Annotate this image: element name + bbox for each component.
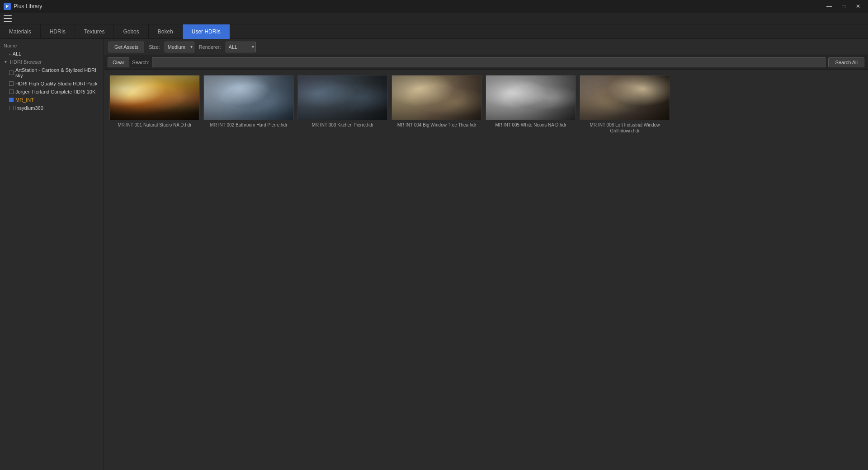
menu-bar bbox=[0, 13, 868, 24]
get-assets-button[interactable]: Get Assets bbox=[108, 42, 144, 52]
tab-materials[interactable]: Materials bbox=[0, 24, 41, 39]
sidebar-item-jorgen[interactable]: Jorgen Herland Complete HDRi 10K bbox=[0, 88, 104, 96]
asset-item-hdri-004[interactable]: MR INT 004 Big Window Tree Thea.hdr bbox=[392, 75, 482, 134]
checkbox-icon bbox=[9, 106, 14, 110]
tab-gobos[interactable]: Gobos bbox=[114, 24, 148, 39]
search-label: Search: bbox=[132, 60, 149, 65]
title-bar-title: Plus Library bbox=[14, 3, 42, 9]
right-panel: Get Assets Size: Small Medium Large Rend… bbox=[104, 39, 868, 470]
sidebar-item-mr-int[interactable]: MR_INT bbox=[0, 96, 104, 104]
tab-bar: Materials HDRIs Textures Gobos Bokeh Use… bbox=[0, 24, 868, 39]
tab-textures[interactable]: Textures bbox=[75, 24, 114, 39]
maximize-button[interactable]: □ bbox=[837, 2, 850, 11]
close-button[interactable]: ✕ bbox=[852, 2, 864, 11]
title-bar-controls: — □ ✕ bbox=[823, 2, 864, 11]
clear-button[interactable]: Clear bbox=[108, 57, 129, 67]
renderer-select-wrapper: ALL Arnold V-Ray Redshift bbox=[226, 42, 256, 52]
sidebar-item-all[interactable]: ALL bbox=[0, 50, 104, 58]
size-label: Size: bbox=[149, 44, 160, 50]
checkbox-icon bbox=[9, 89, 14, 94]
tab-bokeh[interactable]: Bokeh bbox=[149, 24, 183, 39]
asset-thumbnail-hdri-002 bbox=[203, 75, 294, 120]
tab-user-hdris[interactable]: User HDRIs bbox=[183, 24, 230, 39]
asset-label-hdri-004: MR INT 004 Big Window Tree Thea.hdr bbox=[392, 122, 482, 128]
title-bar: P Plus Library — □ ✕ bbox=[0, 0, 868, 13]
size-select[interactable]: Small Medium Large bbox=[165, 42, 194, 52]
asset-label-hdri-006: MR INT 006 Loft Industrial Window Griffi… bbox=[580, 122, 670, 134]
sidebar-item-insydium[interactable]: insydium360 bbox=[0, 104, 104, 112]
asset-label-hdri-002: MR INT 002 Bathroom Hard Pierre.hdr bbox=[203, 122, 294, 128]
asset-thumbnail-hdri-006 bbox=[580, 75, 670, 120]
search-all-button[interactable]: Search All bbox=[828, 57, 864, 67]
hamburger-menu-icon[interactable] bbox=[4, 15, 12, 22]
renderer-label: Renderer: bbox=[199, 44, 221, 50]
app-body: Materials HDRIs Textures Gobos Bokeh Use… bbox=[0, 13, 868, 470]
asset-item-hdri-006[interactable]: MR INT 006 Loft Industrial Window Griffi… bbox=[580, 75, 670, 134]
content-area: Name ALL ▼ HDRI Browser ArtStation - Car… bbox=[0, 39, 868, 470]
asset-thumbnail-hdri-004 bbox=[392, 75, 482, 120]
asset-item-hdri-005[interactable]: MR INT 005 White Neons NA D.hdr bbox=[486, 75, 576, 134]
sidebar-item-hdri-high[interactable]: HDRI High Quality Studio HDRI Pack bbox=[0, 80, 104, 88]
sidebar-hdri-browser-header[interactable]: ▼ HDRI Browser bbox=[0, 58, 104, 66]
sidebar: Name ALL ▼ HDRI Browser ArtStation - Car… bbox=[0, 39, 104, 470]
size-select-wrapper: Small Medium Large bbox=[165, 42, 194, 52]
sidebar-name-header: Name bbox=[0, 42, 104, 50]
checkbox-icon bbox=[9, 98, 14, 102]
app-icon: P bbox=[4, 3, 11, 10]
asset-item-hdri-002[interactable]: MR INT 002 Bathroom Hard Pierre.hdr bbox=[203, 75, 294, 134]
asset-thumbnail-hdri-001 bbox=[109, 75, 200, 120]
title-bar-left: P Plus Library bbox=[4, 3, 42, 10]
asset-thumbnail-hdri-003 bbox=[297, 75, 388, 120]
sidebar-item-artstation[interactable]: ArtStation - Cartoon & Stylized HDRI sky bbox=[0, 66, 104, 80]
minimize-button[interactable]: — bbox=[823, 2, 835, 11]
asset-item-hdri-001[interactable]: MR INT 001 Natural Studio NA D.hdr bbox=[109, 75, 200, 134]
checkbox-icon bbox=[9, 81, 14, 86]
asset-label-hdri-001: MR INT 001 Natural Studio NA D.hdr bbox=[109, 122, 200, 128]
asset-label-hdri-005: MR INT 005 White Neons NA D.hdr bbox=[486, 122, 576, 128]
search-bar: Clear Search: Search All bbox=[104, 55, 868, 70]
asset-label-hdri-003: MR INT 003 Kitchen Pierre.hdr bbox=[297, 122, 388, 128]
asset-item-hdri-003[interactable]: MR INT 003 Kitchen Pierre.hdr bbox=[297, 75, 388, 134]
toolbar: Get Assets Size: Small Medium Large Rend… bbox=[104, 39, 868, 55]
asset-grid: MR INT 001 Natural Studio NA D.hdr MR IN… bbox=[104, 70, 868, 470]
checkbox-icon bbox=[9, 70, 14, 75]
renderer-select[interactable]: ALL Arnold V-Ray Redshift bbox=[226, 42, 256, 52]
tree-expand-icon: ▼ bbox=[4, 60, 8, 64]
search-input[interactable] bbox=[152, 57, 826, 67]
asset-thumbnail-hdri-005 bbox=[486, 75, 576, 120]
tab-hdris[interactable]: HDRIs bbox=[41, 24, 75, 39]
